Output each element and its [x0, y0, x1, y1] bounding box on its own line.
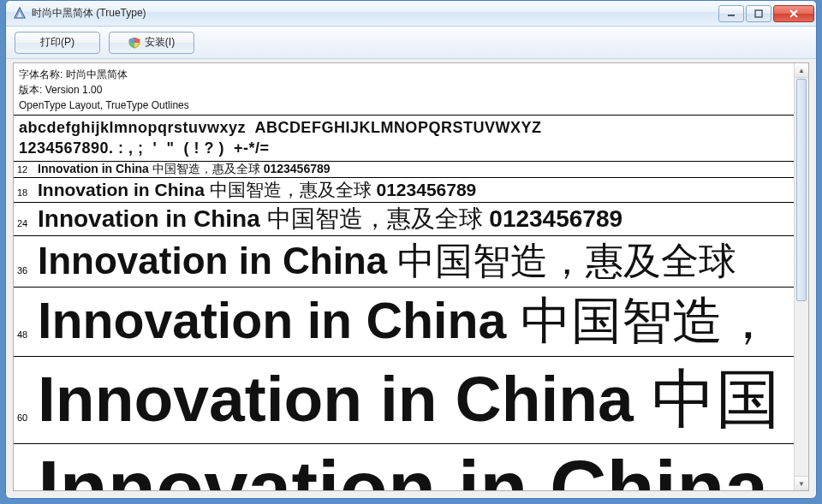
sample-size-label: 48	[17, 329, 38, 340]
sample-text: Innovation in China 中国	[38, 357, 780, 443]
window-title: 时尚中黑简体 (TrueType)	[32, 6, 717, 21]
sample-row: 24Innovation in China 中国智造，惠及全球 01234567…	[14, 203, 794, 236]
sample-row: 36Innovation in China 中国智造，惠及全球	[14, 236, 794, 288]
font-layout-line: OpenType Layout, TrueType Outlines	[19, 98, 789, 113]
vertical-scrollbar[interactable]: ▲ ▼	[794, 63, 808, 490]
print-button-label: 打印(P)	[40, 35, 74, 50]
sample-row: 12Innovation in China 中国智造，惠及全球 01234567…	[14, 162, 794, 178]
svg-rect-3	[755, 10, 762, 17]
minimize-button[interactable]	[718, 5, 744, 22]
sample-row: 18Innovation in China 中国智造，惠及全球 01234567…	[14, 178, 794, 203]
install-button[interactable]: 安装(I)	[109, 32, 194, 54]
sample-size-label: 12	[17, 164, 38, 175]
scroll-thumb[interactable]	[796, 79, 807, 301]
font-preview: 字体名称: 时尚中黑简体 版本: Version 1.00 OpenType L…	[14, 63, 794, 490]
close-icon	[789, 9, 799, 19]
scroll-down-arrow[interactable]: ▼	[795, 476, 808, 490]
font-version-line: 版本: Version 1.00	[19, 82, 789, 98]
toolbar: 打印(P) 安装(I)	[6, 27, 816, 59]
sample-row: 60Innovation in China 中国	[14, 357, 794, 444]
sample-text: Innovation in China 中国智造，	[38, 288, 773, 356]
sample-text: Innovation in China	[38, 444, 769, 490]
sample-row: 48Innovation in China 中国智造，	[14, 288, 794, 357]
sample-row: Innovation in China	[14, 444, 794, 490]
font-metadata: 字体名称: 时尚中黑简体 版本: Version 1.00 OpenType L…	[14, 63, 794, 116]
print-button[interactable]: 打印(P)	[15, 32, 100, 54]
content-area: 字体名称: 时尚中黑简体 版本: Version 1.00 OpenType L…	[13, 62, 809, 491]
alphabet-block: abcdefghijklmnopqrstuvwxyz ABCDEFGHIJKLM…	[14, 116, 794, 162]
window-frame: 时尚中黑简体 (TrueType) 打印(P)	[5, 0, 817, 499]
maximize-icon	[754, 9, 763, 18]
scroll-up-arrow[interactable]: ▲	[795, 63, 808, 78]
app-icon	[13, 7, 27, 21]
sample-size-label: 18	[17, 187, 38, 198]
font-name-line: 字体名称: 时尚中黑简体	[19, 67, 789, 82]
shield-icon	[128, 37, 140, 49]
titlebar[interactable]: 时尚中黑简体 (TrueType)	[6, 1, 816, 27]
sample-list: 12Innovation in China 中国智造，惠及全球 01234567…	[14, 162, 794, 490]
sample-text: Innovation in China 中国智造，惠及全球 0123456789	[38, 162, 331, 177]
close-button[interactable]	[773, 5, 814, 22]
sample-text: Innovation in China 中国智造，惠及全球 0123456789	[38, 178, 476, 202]
alphabet-digits-symbols: 1234567890. : , ; ' " ( ! ? ) +-*/=	[19, 138, 789, 158]
sample-text: Innovation in China 中国智造，惠及全球 0123456789	[38, 203, 622, 235]
sample-size-label: 24	[17, 218, 38, 228]
install-button-label: 安装(I)	[145, 35, 175, 50]
alphabet-lowercase-uppercase: abcdefghijklmnopqrstuvwxyz ABCDEFGHIJKLM…	[19, 117, 789, 138]
sample-size-label: 36	[17, 265, 38, 276]
sample-text: Innovation in China 中国智造，惠及全球	[38, 236, 736, 287]
maximize-button[interactable]	[746, 5, 771, 22]
sample-size-label: 60	[17, 412, 38, 423]
window-controls	[717, 5, 814, 22]
minimize-icon	[727, 9, 736, 18]
